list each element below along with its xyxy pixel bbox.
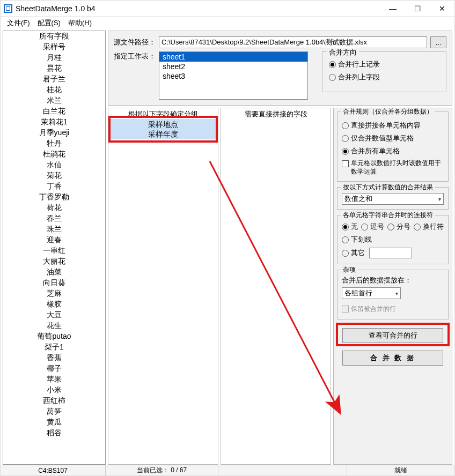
delim-other-input[interactable] — [369, 248, 412, 258]
menu-help[interactable]: 帮助(H) — [66, 17, 94, 29]
group-field-item[interactable]: 采样年度 — [108, 130, 218, 139]
status-selection: 当前已选： 0 / 67 — [106, 465, 218, 475]
field-item[interactable]: 月桂 — [3, 53, 105, 63]
checkbox-icon — [342, 306, 349, 313]
status-ready: 就绪 — [347, 465, 454, 475]
concat-title: 需要直接拼接的字段 — [221, 108, 331, 119]
field-item[interactable]: 西红柿 — [3, 396, 105, 406]
field-item[interactable]: 丁香罗勒 — [3, 192, 105, 203]
sheet-list[interactable]: sheet1sheet2sheet3 — [159, 51, 308, 100]
browse-button[interactable]: ... — [430, 36, 446, 48]
menu-file[interactable]: 文件(F) — [5, 17, 32, 29]
keep-merged-chk[interactable]: 保留被合并的行 — [342, 304, 444, 314]
titlebar: SheetDataMerge 1.0 b4 — ☐ ✕ — [1, 1, 454, 17]
field-item[interactable]: 小米 — [3, 385, 105, 396]
fields-list[interactable]: 所有字段采样号月桂昙花君子兰桂花米兰白兰花茉莉花1月季yueji牡丹杜鹃花水仙菊… — [3, 31, 106, 465]
merge-rule-group: 合并规则（仅合并各分组数据） 直接拼接各单元格内容 仅合并数值型单元格 合并所有… — [337, 111, 449, 182]
sheet-label: 指定工作表： — [114, 51, 156, 61]
delim-none[interactable]: 无 — [342, 222, 358, 232]
maximize-button[interactable]: ☐ — [405, 1, 430, 17]
radio-icon — [414, 224, 421, 230]
sheet-item[interactable]: sheet1 — [159, 52, 307, 62]
concat-fields-box[interactable]: 需要直接拼接的字段 — [221, 108, 331, 465]
field-item[interactable]: 香蕉 — [3, 353, 105, 363]
field-item[interactable]: 黄瓜 — [3, 417, 105, 428]
field-item[interactable]: 苹果 — [3, 374, 105, 385]
rule-numeric-prefix-chk[interactable]: 单元格以数值打头时该数值用于数学运算 — [342, 159, 444, 176]
field-item[interactable]: 丁香 — [3, 181, 105, 192]
delim-other[interactable]: 其它 — [342, 248, 412, 258]
field-item[interactable]: 芝麻 — [3, 288, 105, 299]
menu-config[interactable]: 配置(S) — [35, 17, 63, 29]
field-item[interactable]: 荷花 — [3, 203, 105, 213]
field-item[interactable]: 稻谷 — [3, 428, 105, 438]
status-bar: C4:BS107 当前已选： 0 / 67 就绪 — [1, 465, 454, 475]
delim-underscore[interactable]: 下划线 — [342, 235, 372, 244]
delim-newline[interactable]: 换行符 — [414, 222, 444, 232]
field-item[interactable]: 昙花 — [3, 63, 105, 74]
field-item[interactable]: 迎春 — [3, 235, 105, 246]
field-item[interactable]: 橡胶 — [3, 299, 105, 310]
field-item[interactable]: 桂花 — [3, 85, 105, 95]
close-button[interactable]: ✕ — [430, 1, 454, 17]
field-item[interactable]: 梨子1 — [3, 342, 105, 353]
minimize-button[interactable]: — — [380, 1, 405, 17]
field-item[interactable]: 米兰 — [3, 95, 105, 106]
field-item[interactable]: 葡萄putao — [3, 331, 105, 342]
field-item[interactable]: 椰子 — [3, 363, 105, 374]
preview-button[interactable]: 查看可合并的行 — [342, 328, 443, 343]
status-cellref: C4:BS107 — [1, 465, 106, 475]
sheet-item[interactable]: sheet3 — [159, 71, 307, 81]
direction-cols[interactable]: 合并列上字段 — [329, 72, 439, 82]
settings-panel: 合并规则（仅合并各分组数据） 直接拼接各单元格内容 仅合并数值型单元格 合并所有… — [333, 108, 452, 465]
delim-semi[interactable]: 分号 — [387, 222, 410, 232]
field-item[interactable]: 春兰 — [3, 213, 105, 224]
calc-select[interactable]: 数值之和 ▾ — [342, 193, 444, 205]
app-icon — [4, 4, 12, 13]
group-fields-box[interactable]: 根据以下字段确定分组 采样地点采样年度 — [108, 108, 218, 465]
field-item[interactable]: 向日葵 — [3, 278, 105, 288]
merge-direction-group: 合并方向 合并行上记录 合并列上字段 — [322, 51, 446, 92]
field-item[interactable]: 杜鹃花 — [3, 149, 105, 160]
group-field-item[interactable]: 采样地点 — [108, 120, 218, 130]
field-item[interactable]: 莴笋 — [3, 406, 105, 417]
rule-concat[interactable]: 直接拼接各单元格内容 — [342, 121, 444, 130]
direction-rows[interactable]: 合并行上记录 — [329, 59, 439, 69]
field-item[interactable]: 一串红 — [3, 246, 105, 256]
delimiter-group: 各单元格字符串合并时的连接符 无 逗号 分号 换行符 下划线 其它 — [337, 215, 449, 264]
calc-group: 按以下方式计算数值的合并结果 数值之和 ▾ — [337, 187, 449, 210]
direction-title: 合并方向 — [327, 48, 359, 57]
merge-button[interactable]: 合 并 数 据 — [342, 351, 443, 366]
radio-icon — [387, 224, 394, 230]
field-item[interactable]: 君子兰 — [3, 74, 105, 85]
field-item[interactable]: 所有字段 — [3, 31, 105, 42]
field-item[interactable]: 牡丹 — [3, 138, 105, 149]
rule-all-cells[interactable]: 合并所有单元格 — [342, 146, 444, 156]
menubar: 文件(F) 配置(S) 帮助(H) — [1, 17, 454, 29]
field-item[interactable]: 大豆 — [3, 310, 105, 321]
field-item[interactable]: 水仙 — [3, 160, 105, 170]
radio-icon — [342, 122, 349, 129]
chevron-down-icon: ▾ — [438, 196, 441, 202]
field-item[interactable]: 花生 — [3, 321, 105, 331]
source-panel: 源文件路径： ... 指定工作表： sheet1sheet2sheet3 合并方… — [108, 31, 452, 106]
field-item[interactable]: 大丽花 — [3, 256, 105, 267]
field-item[interactable]: 菊花 — [3, 170, 105, 181]
field-item[interactable]: 采样号 — [3, 42, 105, 53]
group-title: 根据以下字段确定分组 — [108, 108, 218, 119]
rule-numeric-only[interactable]: 仅合并数值型单元格 — [342, 133, 444, 143]
field-item[interactable]: 月季yueji — [3, 128, 105, 138]
sheet-item[interactable]: sheet2 — [159, 62, 307, 71]
field-item[interactable]: 珠兰 — [3, 224, 105, 235]
radio-icon — [342, 224, 349, 230]
source-path-input[interactable] — [159, 36, 427, 48]
field-item[interactable]: 油菜 — [3, 267, 105, 278]
window-title: SheetDataMerge 1.0 b4 — [16, 4, 96, 13]
chevron-down-icon: ▾ — [395, 291, 398, 296]
delim-comma[interactable]: 逗号 — [361, 222, 384, 232]
place-select[interactable]: 各组首行 ▾ — [342, 287, 401, 299]
field-item[interactable]: 茉莉花1 — [3, 117, 105, 128]
checkbox-icon — [342, 160, 349, 167]
path-label: 源文件路径： — [114, 38, 156, 47]
field-item[interactable]: 白兰花 — [3, 106, 105, 117]
